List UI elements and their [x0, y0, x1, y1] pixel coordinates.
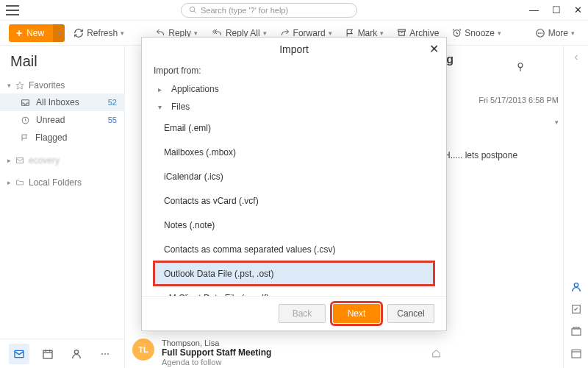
- cancel-button[interactable]: Cancel: [387, 304, 434, 323]
- chevron-right-icon: ▸: [158, 85, 165, 93]
- import-option[interactable]: eM Client Data File (.emdf): [154, 286, 434, 296]
- import-from-label: Import from:: [154, 66, 434, 76]
- dialog-title: Import: [279, 43, 309, 55]
- import-option[interactable]: Email (.eml): [154, 116, 434, 140]
- dialog-overlay: Import ✕ Import from: ▸ Applications ▾ F…: [0, 0, 588, 368]
- import-option[interactable]: Contacts as comma separated values (.csv…: [154, 237, 434, 261]
- import-option[interactable]: iCalendar (.ics): [154, 164, 434, 188]
- dialog-close-icon[interactable]: ✕: [429, 42, 439, 56]
- chevron-down-icon: ▾: [158, 103, 165, 111]
- import-option-selected[interactable]: Outlook Data File (.pst, .ost): [154, 261, 434, 286]
- back-button[interactable]: Back: [279, 304, 326, 323]
- import-option[interactable]: Contacts as vCard (.vcf): [154, 188, 434, 213]
- import-option[interactable]: Mailboxes (.mbox): [154, 140, 434, 164]
- tree-files[interactable]: ▾ Files: [154, 98, 434, 116]
- import-dialog: Import ✕ Import from: ▸ Applications ▾ F…: [141, 37, 447, 331]
- tree-applications[interactable]: ▸ Applications: [154, 80, 434, 98]
- next-button[interactable]: Next: [333, 304, 380, 323]
- import-option[interactable]: Notes (.note): [154, 213, 434, 237]
